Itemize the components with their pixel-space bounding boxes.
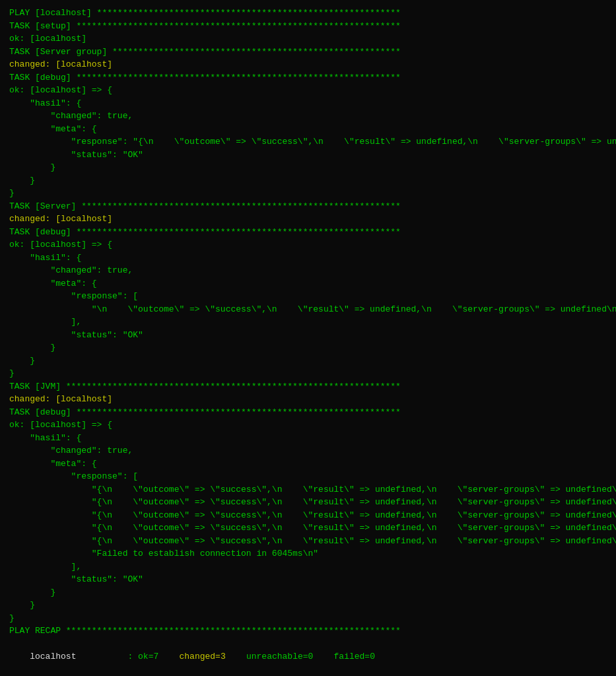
terminal-line-50: "Failed to establish connection in 6045m… bbox=[9, 547, 607, 560]
terminal-line-52: "status": "OK" bbox=[9, 573, 607, 586]
terminal-line-11: "hasil": { bbox=[9, 97, 607, 110]
terminal-line-21: changed: [localhost] bbox=[9, 213, 607, 226]
terminal-line-27: "meta": { bbox=[9, 277, 607, 290]
recap-failed: failed=0 bbox=[334, 652, 375, 661]
terminal-line-39: TASK [debug] ***************************… bbox=[9, 406, 607, 419]
terminal-line-4: ok: [localhost] bbox=[9, 32, 607, 46]
terminal-line-30: ], bbox=[9, 316, 607, 329]
terminal-line-47: "{\n \"outcome\" => \"success\",\n \"res… bbox=[9, 509, 607, 522]
terminal-line-32: } bbox=[9, 341, 607, 355]
terminal-line-45: "{\n \"outcome\" => \"success\",\n \"res… bbox=[9, 483, 607, 496]
terminal-line-31: "status": "OK" bbox=[9, 329, 607, 342]
terminal-line-49: "{\n \"outcome\" => \"success\",\n \"res… bbox=[9, 535, 607, 548]
terminal-line-15: "status": "OK" bbox=[9, 149, 607, 162]
terminal-line-57: PLAY RECAP *****************************… bbox=[9, 625, 607, 638]
terminal-line-16: } bbox=[9, 161, 607, 174]
terminal-line-33: } bbox=[9, 355, 607, 368]
terminal-line-51: ], bbox=[9, 560, 607, 574]
recap-line: localhost : ok=7 changed=3 unreachable=0… bbox=[9, 638, 607, 677]
terminal-line-12: "changed": true, bbox=[9, 110, 607, 123]
terminal-line-9: TASK [debug] ***************************… bbox=[9, 71, 607, 84]
terminal-output: PLAY [localhost] ***********************… bbox=[9, 7, 607, 676]
terminal-line-1: PLAY [localhost] ***********************… bbox=[9, 7, 607, 20]
terminal-line-6: TASK [Server group] ********************… bbox=[9, 46, 607, 59]
terminal-line-34: } bbox=[9, 367, 607, 380]
terminal-line-44: "response": [ bbox=[9, 470, 607, 483]
terminal-line-48: "{\n \"outcome\" => \"success\",\n \"res… bbox=[9, 522, 607, 535]
terminal-line-37: changed: [localhost] bbox=[9, 393, 607, 406]
terminal-line-13: "meta": { bbox=[9, 123, 607, 136]
terminal-line-17: } bbox=[9, 174, 607, 187]
terminal-line-14: "response": "{\n \"outcome\" => \"succes… bbox=[9, 135, 607, 149]
terminal-line-53: } bbox=[9, 586, 607, 599]
terminal-line-26: "changed": true, bbox=[9, 264, 607, 277]
terminal-line-20: TASK [Server] **************************… bbox=[9, 200, 607, 213]
terminal-line-54: } bbox=[9, 599, 607, 612]
terminal-line-23: TASK [debug] ***************************… bbox=[9, 226, 607, 239]
terminal-line-43: "meta": { bbox=[9, 457, 607, 471]
terminal-line-7: changed: [localhost] bbox=[9, 58, 607, 71]
terminal-line-40: ok: [localhost] => { bbox=[9, 419, 607, 432]
terminal-line-28: "response": [ bbox=[9, 290, 607, 303]
terminal-line-42: "changed": true, bbox=[9, 444, 607, 457]
terminal-line-25: "hasil": { bbox=[9, 252, 607, 265]
terminal-line-10: ok: [localhost] => { bbox=[9, 84, 607, 97]
terminal-line-36: TASK [JVM] *****************************… bbox=[9, 380, 607, 393]
terminal-line-18: } bbox=[9, 187, 607, 200]
terminal-line-24: ok: [localhost] => { bbox=[9, 238, 607, 252]
recap-unreachable: unreachable=0 bbox=[246, 652, 313, 661]
terminal-line-55: } bbox=[9, 612, 607, 625]
terminal-line-3: TASK [setup] ***************************… bbox=[9, 20, 607, 33]
recap-ok: : ok=7 bbox=[127, 652, 158, 661]
recap-changed: changed=3 bbox=[179, 652, 225, 661]
terminal-line-29: "\n \"outcome\" => \"success\",\n \"resu… bbox=[9, 303, 607, 316]
recap-host: localhost bbox=[30, 652, 76, 661]
terminal-line-46: "{\n \"outcome\" => \"success\",\n \"res… bbox=[9, 496, 607, 509]
terminal-line-41: "hasil": { bbox=[9, 432, 607, 445]
